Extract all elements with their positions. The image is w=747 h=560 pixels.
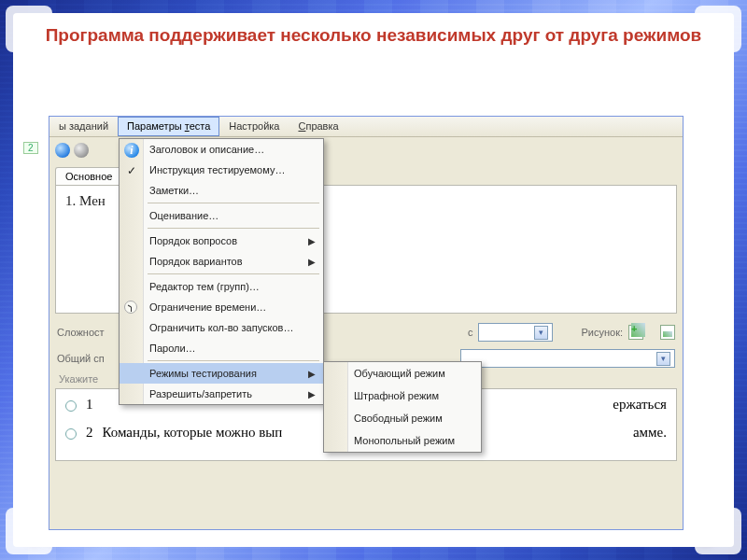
slide-title: Программа поддерживает несколько независ… bbox=[30, 24, 717, 48]
check-icon: ✓ bbox=[127, 164, 136, 177]
paste-picture-icon[interactable] bbox=[660, 325, 675, 340]
mode-free[interactable]: Свободный режим bbox=[324, 407, 481, 429]
clock-icon bbox=[124, 301, 137, 314]
inspector-badge: 2 bbox=[23, 142, 38, 154]
picture-label: Рисунок: bbox=[581, 327, 623, 338]
slide-card: Программа поддерживает несколько независ… bbox=[13, 13, 734, 547]
submenu-test-modes: Обучающий режим Штрафной режим Свободный… bbox=[323, 361, 482, 453]
menu-separator bbox=[148, 228, 319, 229]
menu-passwords[interactable]: Пароли… bbox=[120, 338, 323, 358]
toolbar-orb-icon[interactable] bbox=[74, 143, 89, 158]
answer-number: 1 bbox=[86, 397, 93, 413]
submenu-arrow-icon: ▶ bbox=[308, 236, 316, 246]
submenu-arrow-icon: ▶ bbox=[308, 389, 316, 399]
dropdown-test-params: Заголовок и описание… ✓Инструкция тестир… bbox=[119, 138, 324, 405]
answer-text[interactable]: Команды, которые можно вып bbox=[103, 425, 283, 441]
answer-text-tail: амме. bbox=[633, 425, 667, 441]
c-input[interactable]: ▾ bbox=[478, 323, 553, 342]
menu-item-settings[interactable]: Настройка bbox=[219, 117, 289, 136]
menu-topic-editor[interactable]: Редактор тем (групп)… bbox=[120, 276, 323, 297]
menu-launch-limit[interactable]: Ограничить кол-во запусков… bbox=[120, 317, 323, 338]
answer-text-tail: ержаться bbox=[613, 397, 667, 413]
menubar: ы заданий Параметры теста Заголовок и оп… bbox=[49, 117, 683, 137]
toolbar-orb-icon[interactable] bbox=[55, 143, 70, 158]
menu-separator bbox=[148, 203, 319, 203]
menu-item-help[interactable]: Справка bbox=[289, 117, 347, 136]
menu-separator bbox=[148, 273, 319, 274]
mode-learning[interactable]: Обучающий режим bbox=[324, 362, 481, 385]
group-label: Общий сп bbox=[57, 353, 122, 364]
tab-main[interactable]: Основное bbox=[55, 167, 122, 185]
add-picture-icon[interactable] bbox=[628, 325, 643, 340]
answer-radio[interactable] bbox=[65, 400, 77, 412]
menu-test-modes[interactable]: Режимы тестирования▶ Обучающий режим Штр… bbox=[120, 363, 323, 384]
menu-question-order[interactable]: Порядок вопросов▶ bbox=[120, 231, 323, 251]
menu-notes[interactable]: Заметки… bbox=[120, 180, 323, 201]
menu-item-tasks[interactable]: ы заданий bbox=[49, 117, 118, 136]
difficulty-label: Сложност bbox=[57, 327, 122, 338]
submenu-arrow-icon: ▶ bbox=[308, 257, 316, 267]
submenu-arrow-icon: ▶ bbox=[308, 369, 316, 379]
menu-allow-deny[interactable]: Разрешить/запретить▶ bbox=[120, 384, 323, 404]
c-label: с bbox=[468, 327, 473, 338]
chevron-down-icon: ▾ bbox=[656, 352, 670, 366]
app-window: 2 ы заданий Параметры теста Заголовок и … bbox=[49, 116, 684, 530]
menu-title-desc[interactable]: Заголовок и описание… bbox=[120, 139, 323, 160]
picture-select[interactable]: ▾ bbox=[460, 349, 675, 368]
answer-radio[interactable] bbox=[65, 428, 77, 440]
menu-instruction[interactable]: ✓Инструкция тестируемому… bbox=[120, 160, 323, 180]
menu-variant-order[interactable]: Порядок вариантов▶ bbox=[120, 251, 323, 272]
info-icon bbox=[124, 143, 139, 158]
menu-time-limit[interactable]: Ограничение времени… bbox=[120, 297, 323, 317]
menu-item-test-params[interactable]: Параметры теста Заголовок и описание… ✓И… bbox=[118, 117, 219, 136]
menu-separator bbox=[148, 360, 319, 361]
mode-monopoly[interactable]: Монопольный режим bbox=[324, 429, 481, 452]
answer-number: 2 bbox=[86, 425, 93, 441]
menu-grading[interactable]: Оценивание… bbox=[120, 205, 323, 226]
mode-penalty[interactable]: Штрафной режим bbox=[324, 385, 481, 407]
chevron-down-icon: ▾ bbox=[534, 326, 548, 340]
